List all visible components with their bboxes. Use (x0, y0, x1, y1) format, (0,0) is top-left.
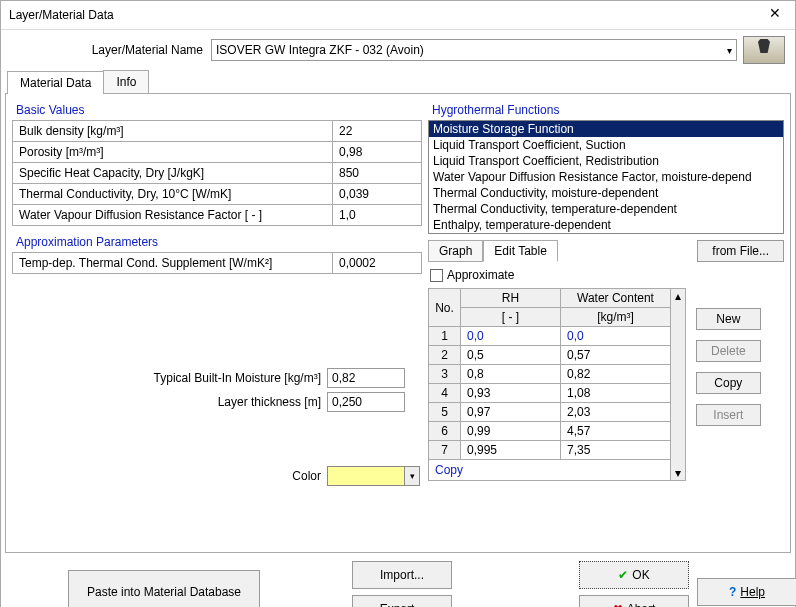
cell-wc[interactable]: 0,82 (561, 365, 671, 384)
grid-scrollbar[interactable]: ▴ ▾ (670, 288, 686, 481)
bv-label-0: Bulk density [kg/m³] (13, 121, 333, 142)
cell-wc[interactable]: 4,57 (561, 422, 671, 441)
chevron-down-icon: ▾ (727, 45, 732, 56)
copy-button[interactable]: Copy (696, 372, 761, 394)
hygro-title: Hygrothermal Functions (428, 100, 784, 120)
bv-val-3[interactable]: 0,039 (333, 184, 422, 205)
thickness-label: Layer thickness [m] (12, 395, 327, 409)
hygro-item-2[interactable]: Liquid Transport Coefficient, Redistribu… (429, 153, 783, 169)
row-n: 6 (429, 422, 461, 441)
ap-val-0[interactable]: 0,0002 (333, 253, 422, 274)
main-tabs: Material Data Info (1, 70, 795, 93)
help-button[interactable]: Help (697, 578, 796, 606)
subtab-edit-table[interactable]: Edit Table (483, 240, 557, 262)
color-label: Color (12, 469, 327, 483)
window-title: Layer/Material Data (9, 8, 114, 22)
col-wc: Water Content (561, 289, 671, 308)
export-button[interactable]: Export... (352, 595, 452, 607)
hygro-function-list[interactable]: Moisture Storage Function Liquid Transpo… (428, 120, 784, 234)
left-column: Basic Values Bulk density [kg/m³]22 Poro… (12, 100, 422, 546)
moisture-input[interactable] (327, 368, 405, 388)
from-file-button[interactable]: from File... (697, 240, 784, 262)
subtab-graph[interactable]: Graph (428, 240, 483, 262)
data-grid[interactable]: No. RH Water Content [ - ] [kg/m³] 10,00… (428, 288, 671, 460)
bv-val-1[interactable]: 0,98 (333, 142, 422, 163)
name-row: Layer/Material Name ISOVER GW Integra ZK… (1, 30, 795, 70)
cell-wc[interactable]: 1,08 (561, 384, 671, 403)
new-button[interactable]: New (696, 308, 761, 330)
row-n: 4 (429, 384, 461, 403)
approx-table: Temp-dep. Thermal Cond. Supplement [W/mK… (12, 252, 422, 274)
cell-wc[interactable]: 7,35 (561, 441, 671, 460)
scroll-up-icon[interactable]: ▴ (675, 289, 681, 303)
material-thumbnail[interactable] (743, 36, 785, 64)
cell-wc[interactable]: 2,03 (561, 403, 671, 422)
hygro-item-1[interactable]: Liquid Transport Coefficient, Suction (429, 137, 783, 153)
bv-val-0[interactable]: 22 (333, 121, 422, 142)
bv-val-4[interactable]: 1,0 (333, 205, 422, 226)
abort-button[interactable]: Abort (579, 595, 689, 607)
approximate-checkbox[interactable]: Approximate (430, 268, 782, 282)
import-button[interactable]: Import... (352, 561, 452, 589)
basic-values-table: Bulk density [kg/m³]22 Porosity [m³/m³]0… (12, 120, 422, 226)
thickness-input[interactable] (327, 392, 405, 412)
checkbox-icon (430, 269, 443, 282)
col-no: No. (429, 289, 461, 327)
cell-rh[interactable]: 0,0 (461, 327, 561, 346)
right-column: Hygrothermal Functions Moisture Storage … (422, 100, 784, 546)
material-name-combo[interactable]: ISOVER GW Integra ZKF - 032 (Avoin) ▾ (211, 39, 737, 61)
grid-wrap: No. RH Water Content [ - ] [kg/m³] 10,00… (428, 288, 784, 481)
row-n: 5 (429, 403, 461, 422)
cell-rh[interactable]: 0,99 (461, 422, 561, 441)
approx-title: Approximation Parameters (12, 232, 422, 252)
cell-rh[interactable]: 0,97 (461, 403, 561, 422)
close-icon[interactable]: ✕ (763, 5, 787, 25)
bv-label-1: Porosity [m³/m³] (13, 142, 333, 163)
window: Layer/Material Data ✕ Layer/Material Nam… (0, 0, 796, 607)
cell-rh[interactable]: 0,995 (461, 441, 561, 460)
scroll-down-icon[interactable]: ▾ (675, 466, 681, 480)
side-buttons: New Delete Copy Insert (696, 308, 761, 481)
bv-label-3: Thermal Conductivity, Dry, 10°C [W/mK] (13, 184, 333, 205)
moisture-label: Typical Built-In Moisture [kg/m³] (12, 371, 327, 385)
hygro-item-4[interactable]: Thermal Conductivity, moisture-dependent (429, 185, 783, 201)
titlebar: Layer/Material Data ✕ (1, 1, 795, 30)
bv-label-2: Specific Heat Capacity, Dry [J/kgK] (13, 163, 333, 184)
cell-wc[interactable]: 0,57 (561, 346, 671, 365)
color-swatch[interactable] (327, 466, 405, 486)
cell-wc[interactable]: 0,0 (561, 327, 671, 346)
col-wc-unit: [kg/m³] (561, 308, 671, 327)
row-n: 3 (429, 365, 461, 384)
tab-material-data[interactable]: Material Data (7, 71, 104, 94)
basic-values-title: Basic Values (12, 100, 422, 120)
row-n: 2 (429, 346, 461, 365)
material-name-label: Layer/Material Name (11, 43, 211, 57)
bv-val-2[interactable]: 850 (333, 163, 422, 184)
hygro-item-0[interactable]: Moisture Storage Function (429, 121, 783, 137)
footer: Paste into Material Database Import... E… (1, 553, 795, 607)
cell-rh[interactable]: 0,8 (461, 365, 561, 384)
hygro-item-5[interactable]: Thermal Conductivity, temperature-depend… (429, 201, 783, 217)
hygro-item-6[interactable]: Enthalpy, temperature-dependent (429, 217, 783, 233)
ok-button[interactable]: OK (579, 561, 689, 589)
subtabs: Graph Edit Table from File... (428, 240, 784, 262)
row-n: 1 (429, 327, 461, 346)
insert-button[interactable]: Insert (696, 404, 761, 426)
material-name-value: ISOVER GW Integra ZKF - 032 (Avoin) (216, 43, 424, 57)
delete-button[interactable]: Delete (696, 340, 761, 362)
cell-rh[interactable]: 0,5 (461, 346, 561, 365)
approximate-label: Approximate (447, 268, 514, 282)
tab-info[interactable]: Info (103, 70, 149, 93)
ap-label-0: Temp-dep. Thermal Cond. Supplement [W/mK… (13, 253, 333, 274)
cell-rh[interactable]: 0,93 (461, 384, 561, 403)
row-n: 7 (429, 441, 461, 460)
col-rh: RH (461, 289, 561, 308)
hygro-item-3[interactable]: Water Vapour Diffusion Resistance Factor… (429, 169, 783, 185)
paste-db-button[interactable]: Paste into Material Database (68, 570, 260, 607)
bv-label-4: Water Vapour Diffusion Resistance Factor… (13, 205, 333, 226)
tab-body: Basic Values Bulk density [kg/m³]22 Poro… (5, 93, 791, 553)
col-rh-unit: [ - ] (461, 308, 561, 327)
color-dropdown-button[interactable]: ▾ (404, 466, 420, 486)
grid-copy-label[interactable]: Copy (428, 460, 671, 481)
